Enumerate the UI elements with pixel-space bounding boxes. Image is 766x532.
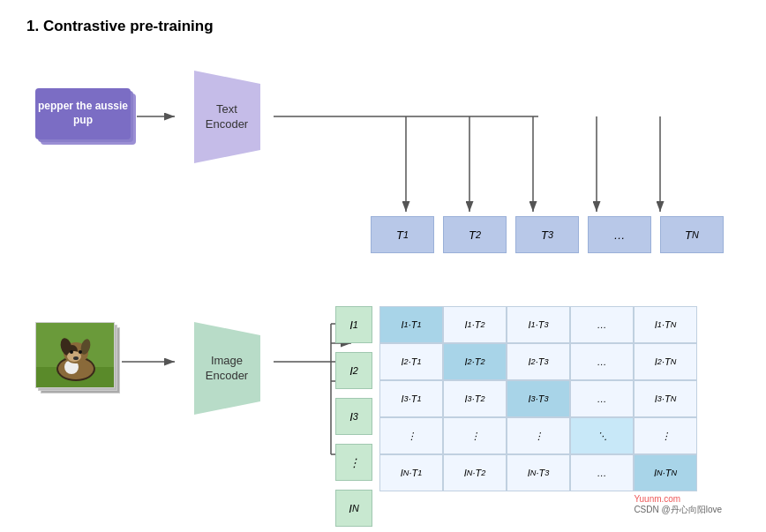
- matrix-cell-1-2: I1·T2: [443, 306, 507, 343]
- footer: Yuunm.com CSDN @丹心向阳love: [634, 494, 722, 516]
- image-card-stack: [35, 322, 124, 397]
- image-encoder: Image Encoder: [176, 322, 278, 418]
- matrix-cell-3-3: I3·T3: [507, 380, 570, 417]
- matrix-cell-1-3: I1·T3: [507, 306, 570, 343]
- main-container: 1. Contrastive pre-training: [0, 0, 766, 532]
- matrix-cell-3-1: I3·T1: [379, 380, 443, 417]
- matrix-cell-2-1: I2·T1: [379, 343, 443, 380]
- t-vectors-row: T1 T2 T3 … TN: [371, 216, 724, 253]
- matrix-cell-5-2: IN·T2: [443, 454, 507, 491]
- matrix-row-5: IN·T1 IN·T2 IN·T3 … IN·TN: [379, 454, 697, 491]
- svg-text:Image: Image: [211, 354, 243, 367]
- t-vector-1: T1: [371, 216, 434, 253]
- i-vectors-col: I1 I2 I3 ⋮ IN: [335, 306, 372, 527]
- text-cards: pepper the aussie pup: [35, 88, 132, 146]
- t-vector-2: T2: [443, 216, 507, 253]
- image-cards: [35, 322, 124, 397]
- matrix-cell-3-n: I3·TN: [634, 380, 697, 417]
- matrix-cell-3-dots: …: [570, 380, 634, 417]
- i-vector-3: I3: [335, 398, 372, 435]
- img-card-front: [35, 322, 115, 388]
- t-vector-dots: …: [588, 216, 651, 253]
- svg-text:Encoder: Encoder: [206, 369, 249, 382]
- matrix-cell-1-n: I1·TN: [634, 306, 697, 343]
- svg-point-30: [79, 350, 82, 354]
- brand-label: Yuunm.com: [634, 494, 680, 504]
- matrix-cell-2-3: I2·T3: [507, 343, 570, 380]
- i-vector-2: I2: [335, 352, 372, 389]
- svg-point-31: [73, 356, 79, 360]
- svg-point-29: [70, 350, 73, 354]
- matrix-cell-4-3: ⋮: [507, 417, 570, 454]
- matrix-row-4: ⋮ ⋮ ⋮ ⋱ ⋮: [379, 417, 697, 454]
- matrix-row-1: I1·T1 I1·T2 I1·T3 … I1·TN: [379, 306, 697, 343]
- svg-text:Text: Text: [216, 102, 237, 116]
- matrix-cell-4-2: ⋮: [443, 417, 507, 454]
- page-title: 1. Contrastive pre-training: [26, 18, 740, 35]
- text-card-stack: pepper the aussie pup: [35, 88, 132, 146]
- text-card-front: pepper the aussie pup: [35, 88, 131, 139]
- matrix-grid: I1·T1 I1·T2 I1·T3 … I1·TN I2·T1 I2·T2 I2…: [379, 306, 697, 491]
- matrix-cell-5-1: IN·T1: [379, 454, 443, 491]
- matrix-row-2: I2·T1 I2·T2 I2·T3 … I2·TN: [379, 343, 697, 380]
- matrix-cell-5-dots: …: [570, 454, 634, 491]
- matrix-cell-5-n: IN·TN: [634, 454, 697, 491]
- diagram: pepper the aussie pup Text Encoder T1 T2…: [26, 62, 740, 521]
- i-vector-n: IN: [335, 490, 372, 527]
- matrix-cell-5-3: IN·T3: [507, 454, 570, 491]
- t-vector-3: T3: [515, 216, 579, 253]
- svg-text:Encoder: Encoder: [206, 117, 249, 131]
- matrix-cell-2-dots: …: [570, 343, 634, 380]
- text-encoder: Text Encoder: [176, 71, 278, 167]
- matrix-cell-3-2: I3·T2: [443, 380, 507, 417]
- matrix-row-3: I3·T1 I3·T2 I3·T3 … I3·TN: [379, 380, 697, 417]
- matrix-cell-4-diag: ⋱: [570, 417, 634, 454]
- i-vector-1: I1: [335, 306, 372, 343]
- t-vector-n: TN: [660, 216, 724, 253]
- matrix-cell-4-1: ⋮: [379, 417, 443, 454]
- matrix-cell-2-2: I2·T2: [443, 343, 507, 380]
- matrix-cell-1-1: I1·T1: [379, 306, 443, 343]
- footer-text: CSDN @丹心向阳love: [634, 505, 722, 514]
- matrix-cell-1-dots: …: [570, 306, 634, 343]
- i-vector-dots: ⋮: [335, 444, 372, 481]
- matrix-cell-2-n: I2·TN: [634, 343, 697, 380]
- matrix-cell-4-n: ⋮: [634, 417, 697, 454]
